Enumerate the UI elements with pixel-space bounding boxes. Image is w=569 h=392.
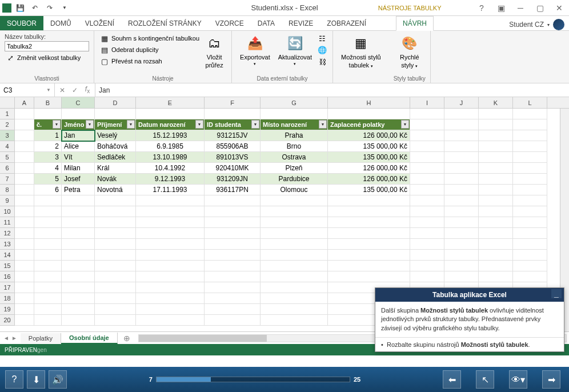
table-cell[interactable]: Milan [62,163,95,174]
table-cell[interactable]: Sedláček [95,152,136,163]
cell[interactable] [444,185,479,195]
cell[interactable] [444,163,479,174]
ribbon-options-icon[interactable]: ▣ [494,2,508,14]
row-header[interactable]: 2 [0,119,15,130]
cell[interactable] [444,228,479,239]
cell[interactable] [205,195,261,206]
col-header-C[interactable]: C [62,97,95,108]
table-cell[interactable]: 4 [34,163,62,174]
tab-data[interactable]: DATA [251,16,282,30]
row-header[interactable]: 4 [0,141,15,152]
row-header[interactable]: 18 [0,293,15,304]
table-cell[interactable]: 920410MK [205,163,261,174]
cell[interactable] [513,239,547,250]
cell[interactable] [136,195,205,206]
unlink-button[interactable]: ⛓ [316,57,328,67]
nav-back-button[interactable]: ⬅ [443,370,461,389]
cell[interactable] [328,217,410,228]
cell[interactable] [261,293,328,304]
table-cell[interactable]: 5 [34,174,62,185]
undo-icon[interactable]: ↶ [29,2,41,14]
cell[interactable] [328,250,410,261]
table-cell[interactable]: 3 [34,152,62,163]
cell[interactable] [479,109,513,119]
row-header[interactable]: 16 [0,271,15,282]
cell[interactable] [479,174,513,185]
cancel-formula-icon[interactable]: ✕ [57,86,67,94]
col-header-F[interactable]: F [205,97,261,108]
nav-download-button[interactable]: ⬇ [27,370,45,389]
insert-slicer-button[interactable]: 🗂 Vložit průřez [202,33,227,70]
cell[interactable] [513,206,547,217]
cell[interactable] [15,250,34,261]
cell[interactable] [136,239,205,250]
cell[interactable] [328,109,410,119]
cell[interactable] [328,261,410,271]
sheet-next-icon[interactable]: ► [11,335,17,341]
cell[interactable] [444,109,479,119]
table-cell[interactable]: Ostrava [261,152,328,163]
cell[interactable] [261,217,328,228]
cell[interactable] [444,174,479,185]
remove-duplicates-button[interactable]: ▤ Odebrat duplicity [99,45,201,55]
export-button[interactable]: 📤 Exportovat ▾ [237,33,274,67]
user-account[interactable]: Student CZ ▾ [509,19,569,30]
cell[interactable] [34,304,62,315]
cell[interactable] [205,271,261,282]
cell[interactable] [410,109,444,119]
cell[interactable] [95,315,136,326]
table-cell[interactable]: Josef [62,174,95,185]
row-header[interactable]: 10 [0,206,15,217]
table-cell[interactable]: 135 000,00 Kč [328,141,410,152]
cell[interactable] [136,206,205,217]
cell[interactable] [328,271,410,282]
formula-input[interactable]: Jan [95,83,569,97]
table-cell[interactable]: 2 [34,141,62,152]
tab-design[interactable]: NÁVRH [396,16,434,31]
cell[interactable] [15,315,34,326]
table-cell[interactable]: 126 000,00 Kč [328,163,410,174]
row-header[interactable]: 14 [0,250,15,261]
cell[interactable] [34,109,62,119]
pivot-summary-button[interactable]: ▦ Souhrn s kontingenční tabulkou [99,33,201,43]
cell[interactable] [15,195,34,206]
resize-table-button[interactable]: ⤢ Změnit velikost tabulky [5,53,89,63]
row-header[interactable]: 13 [0,239,15,250]
cell[interactable] [95,293,136,304]
filter-dropdown-icon[interactable]: ▼ [127,120,135,129]
table-cell[interactable]: Brno [261,141,328,152]
cell[interactable] [261,282,328,293]
cell[interactable] [444,195,479,206]
table-cell[interactable]: 936117PN [205,185,261,195]
cell[interactable] [410,130,444,141]
table-cell[interactable]: Novotná [95,185,136,195]
table-header[interactable]: Zaplacené polatky▼ [328,119,410,130]
table-cell[interactable]: 1 [34,130,62,141]
tab-insert[interactable]: VLOŽENÍ [78,16,121,30]
cell[interactable] [513,185,547,195]
cell[interactable] [95,206,136,217]
cell[interactable] [15,228,34,239]
cell[interactable] [261,228,328,239]
cell[interactable] [328,195,410,206]
cell[interactable] [62,250,95,261]
cell[interactable] [205,206,261,217]
row-header[interactable]: 9 [0,195,15,206]
open-browser-button[interactable]: 🌐 [316,45,328,55]
row-header[interactable]: 15 [0,261,15,271]
cell[interactable] [261,239,328,250]
table-header[interactable]: ID studenta▼ [205,119,261,130]
cell[interactable] [95,109,136,119]
cell[interactable] [15,282,34,293]
cell[interactable] [513,228,547,239]
table-cell[interactable]: 13.10.1989 [136,152,205,163]
table-cell[interactable]: 17.11.1993 [136,185,205,195]
tooltip-minimize-button[interactable]: _ [551,289,562,298]
cell[interactable] [410,228,444,239]
cell[interactable] [444,239,479,250]
col-header-L[interactable]: L [513,97,547,108]
table-cell[interactable]: Veselý [95,130,136,141]
cell[interactable] [136,315,205,326]
cell[interactable] [410,261,444,271]
tab-layout[interactable]: ROZLOŽENÍ STRÁNKY [121,16,209,30]
